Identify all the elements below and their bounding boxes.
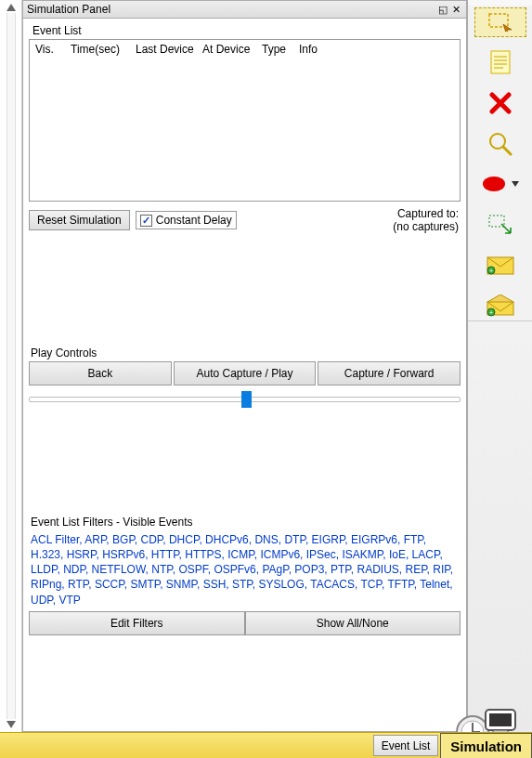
svg-text:+: + — [488, 268, 492, 274]
slider-thumb[interactable] — [241, 391, 252, 408]
select-area-icon — [488, 13, 513, 32]
col-last-device[interactable]: Last Device — [130, 40, 197, 59]
inspect-tool[interactable] — [474, 129, 526, 159]
select-area-tool[interactable] — [474, 7, 526, 37]
scroll-down-arrow[interactable] — [4, 719, 19, 730]
constant-delay-checkbox[interactable]: ✓ Constant Delay — [136, 211, 237, 229]
spacer — [27, 238, 462, 345]
svg-text:+: + — [488, 309, 492, 316]
footer-bar: Event List Simulation — [0, 732, 532, 758]
dropdown-caret-icon — [512, 181, 519, 187]
resize-tool[interactable] — [474, 210, 526, 240]
filters-label: Event List Filters - Visible Events — [27, 514, 462, 530]
svg-line-9 — [503, 147, 511, 154]
close-icon[interactable]: ✕ — [449, 4, 462, 16]
ellipse-icon — [482, 176, 506, 192]
filters-protocol-list: ACL Filter, ARP, BGP, CDP, DHCP, DHCPv6,… — [27, 530, 462, 609]
svg-marker-11 — [512, 181, 519, 187]
capture-forward-button[interactable]: Capture / Forward — [318, 361, 461, 386]
col-time[interactable]: Time(sec) — [65, 40, 130, 59]
scroll-track[interactable] — [6, 13, 16, 719]
col-vis[interactable]: Vis. — [30, 40, 65, 59]
delete-x-icon — [489, 92, 512, 114]
event-list-table[interactable]: Vis. Time(sec) Last Device At Device Typ… — [29, 39, 461, 202]
shape-tool[interactable] — [474, 170, 526, 200]
simulation-panel: Simulation Panel ◱ ✕ Event List Vis. Tim… — [22, 0, 467, 732]
auto-capture-play-button[interactable]: Auto Capture / Play — [174, 361, 317, 386]
add-complex-pdu-tool[interactable]: + — [474, 291, 526, 320]
reset-row: Reset Simulation ✓ Constant Delay Captur… — [27, 202, 462, 238]
right-toolbar: + + — [467, 0, 532, 732]
spacer — [27, 412, 462, 514]
edit-filters-button[interactable]: Edit Filters — [29, 611, 245, 635]
open-envelope-icon: + — [487, 294, 514, 317]
panel-titlebar[interactable]: Simulation Panel ◱ ✕ — [22, 0, 467, 19]
simulation-tab[interactable]: Simulation — [440, 733, 532, 758]
left-scrollbar[interactable] — [0, 0, 22, 732]
captured-to-label: Captured to: — [393, 207, 459, 220]
play-controls-label: Play Controls — [27, 345, 462, 361]
show-all-none-button[interactable]: Show All/None — [245, 611, 461, 635]
dock-icon[interactable]: ◱ — [436, 4, 449, 16]
delete-tool[interactable] — [474, 88, 526, 118]
closed-envelope-icon: + — [487, 256, 514, 275]
reset-simulation-button[interactable]: Reset Simulation — [29, 210, 130, 230]
event-list-label: Event List — [27, 22, 462, 39]
back-button[interactable]: Back — [29, 361, 172, 386]
svg-marker-0 — [6, 4, 16, 11]
svg-marker-1 — [6, 721, 16, 728]
no-captures-label: (no captures) — [393, 220, 459, 233]
add-simple-pdu-tool[interactable]: + — [474, 251, 526, 281]
resize-icon — [488, 215, 513, 235]
constant-delay-label: Constant Delay — [156, 214, 232, 227]
panel-title: Simulation Panel — [27, 3, 436, 16]
filter-buttons-row: Edit Filters Show All/None — [27, 609, 462, 635]
col-info[interactable]: Info — [293, 40, 460, 59]
event-list-tab[interactable]: Event List — [373, 735, 439, 756]
svg-rect-2 — [489, 14, 508, 27]
table-header-row: Vis. Time(sec) Last Device At Device Typ… — [30, 40, 460, 59]
col-at-device[interactable]: At Device — [197, 40, 256, 59]
note-tool[interactable] — [474, 48, 526, 78]
svg-rect-3 — [491, 51, 510, 73]
play-controls-row: Back Auto Capture / Play Capture / Forwa… — [27, 361, 462, 386]
scroll-up-arrow[interactable] — [4, 2, 19, 13]
panel-body: Event List Vis. Time(sec) Last Device At… — [22, 19, 467, 732]
play-speed-slider[interactable] — [29, 389, 461, 412]
checkbox-icon: ✓ — [140, 215, 152, 227]
app-frame: Simulation Panel ◱ ✕ Event List Vis. Tim… — [0, 0, 532, 732]
magnifier-icon — [488, 132, 513, 156]
svg-point-10 — [483, 176, 505, 191]
note-icon — [490, 50, 511, 74]
capture-status: Captured to: (no captures) — [393, 207, 461, 234]
col-type[interactable]: Type — [256, 40, 293, 59]
